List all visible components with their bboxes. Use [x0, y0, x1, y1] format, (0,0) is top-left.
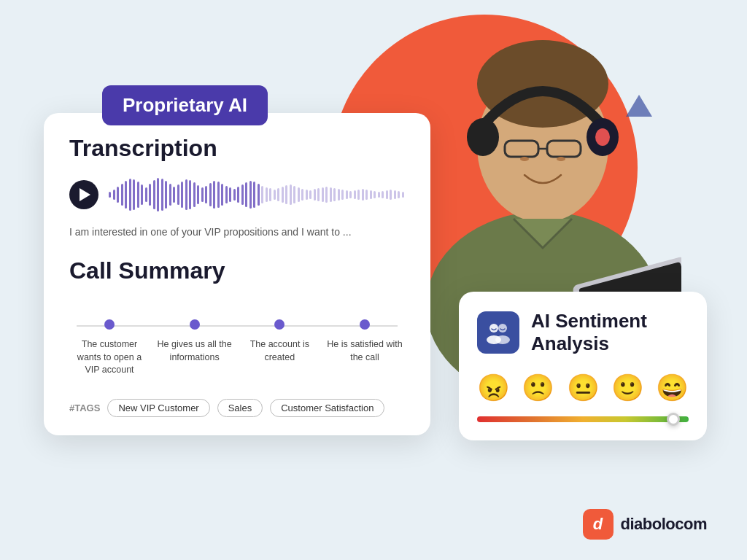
svg-point-10 — [520, 157, 529, 161]
waveform-bar — [189, 180, 191, 209]
waveform-bar — [290, 184, 292, 205]
diabolocom-name: diabolocom — [621, 515, 707, 534]
waveform-bar — [301, 189, 303, 201]
call-summary-title: Call Summary — [69, 257, 405, 284]
waveform — [109, 176, 405, 213]
waveform-bar — [282, 187, 284, 203]
waveform-bar — [293, 186, 295, 203]
waveform-bar — [330, 187, 332, 202]
timeline-dot-4 — [360, 319, 370, 330]
tag-satisfaction[interactable]: Customer Satisfaction — [270, 399, 384, 417]
waveform-bar — [153, 180, 155, 209]
timeline-item-4: He is satisfied with the call — [325, 319, 405, 364]
waveform-bar — [274, 190, 276, 200]
sentiment-title: AI Sentiment Analysis — [531, 310, 647, 355]
waveform-bar — [169, 184, 171, 206]
waveform-bar — [133, 179, 135, 210]
waveform-bar — [201, 187, 204, 202]
proprietary-badge: Proprietary AI — [102, 85, 268, 125]
timeline-item-3: The account is created — [239, 319, 320, 364]
waveform-bar — [229, 187, 231, 202]
emoji-neutral: 😐 — [567, 373, 600, 403]
sentiment-slider-track[interactable] — [477, 416, 689, 422]
tag-sales[interactable]: Sales — [217, 399, 263, 417]
waveform-bar — [365, 190, 368, 200]
waveform-bar — [241, 184, 244, 205]
diabolocom-logo: d diabolocom — [583, 509, 707, 540]
waveform-bar — [121, 184, 123, 206]
waveform-bar — [325, 187, 328, 203]
timeline-item-2: He gives us all the informations — [155, 319, 235, 364]
waveform-bar — [390, 190, 392, 200]
waveform-bar — [346, 190, 348, 199]
sentiment-card: AI Sentiment Analysis 😠 🙁 😐 🙂 😄 — [459, 292, 707, 440]
waveform-bar — [258, 184, 260, 206]
sentiment-icon-box — [477, 311, 519, 354]
waveform-bar — [394, 190, 396, 199]
waveform-bar — [185, 179, 187, 210]
left-card: Proprietary AI Transcription I am intere… — [44, 113, 430, 435]
waveform-bar — [217, 182, 220, 208]
emoji-row: 😠 🙁 😐 🙂 😄 — [477, 373, 689, 403]
waveform-bar — [314, 189, 316, 201]
emoji-sad: 🙁 — [522, 373, 554, 403]
waveform-bar — [181, 182, 183, 208]
waveform-bar — [354, 190, 356, 199]
emoji-happy: 🙂 — [611, 373, 644, 403]
waveform-bar — [117, 187, 119, 203]
waveform-container — [69, 176, 405, 213]
svg-point-4 — [467, 118, 499, 156]
waveform-bar — [277, 188, 279, 201]
waveform-bar — [298, 187, 300, 202]
svg-point-11 — [557, 157, 565, 161]
waveform-bar — [374, 191, 376, 198]
waveform-bar — [161, 179, 163, 211]
waveform-bar — [157, 178, 159, 211]
waveform-bar — [362, 189, 364, 201]
waveform-bar — [357, 190, 360, 200]
svg-point-14 — [489, 324, 498, 332]
timeline-text-4: He is satisfied with the call — [325, 338, 405, 364]
emoji-angry: 😠 — [477, 373, 510, 403]
sentiment-header: AI Sentiment Analysis — [477, 310, 689, 355]
waveform-bar — [129, 179, 131, 211]
waveform-bar — [378, 192, 380, 198]
waveform-bar — [338, 189, 340, 201]
waveform-bar — [233, 189, 236, 201]
waveform-bar — [402, 192, 404, 198]
waveform-bar — [266, 187, 268, 202]
timeline-text-2: He gives us all the informations — [155, 338, 235, 364]
waveform-bar — [213, 181, 215, 209]
timeline-dot-3 — [274, 319, 285, 330]
waveform-bar — [137, 182, 139, 208]
waveform-bar — [109, 192, 111, 198]
waveform-bar — [249, 181, 252, 209]
timeline-item: The customer wants to open a VIP account — [69, 319, 150, 377]
waveform-bar — [145, 187, 147, 202]
waveform-bar — [253, 182, 255, 208]
waveform-bar — [341, 190, 344, 200]
waveform-bar — [149, 184, 151, 206]
waveform-bar — [193, 182, 196, 207]
waveform-bar — [386, 190, 388, 199]
transcription-text: I am interested in one of your VIP propo… — [69, 225, 405, 240]
waveform-bar — [197, 185, 199, 204]
waveform-bar — [165, 181, 167, 209]
diabolocom-d-icon: d — [583, 509, 614, 540]
waveform-bar — [205, 186, 207, 203]
tags-row: #TAGS New VIP Customer Sales Customer Sa… — [69, 399, 405, 417]
tag-new-vip[interactable]: New VIP Customer — [107, 399, 209, 417]
transcription-title: Transcription — [69, 135, 405, 162]
waveform-bar — [177, 184, 179, 205]
timeline-dot-2 — [190, 319, 200, 330]
waveform-bar — [125, 181, 127, 209]
timeline-text-3: The account is created — [239, 338, 320, 364]
svg-point-17 — [495, 335, 510, 344]
timeline-text-1: The customer wants to open a VIP account — [69, 338, 150, 377]
waveform-bar — [173, 187, 175, 203]
waveform-bar — [370, 190, 372, 199]
play-icon — [80, 188, 90, 201]
waveform-bar — [261, 186, 263, 203]
sentiment-slider-thumb[interactable] — [667, 413, 680, 426]
play-button[interactable] — [69, 180, 98, 209]
